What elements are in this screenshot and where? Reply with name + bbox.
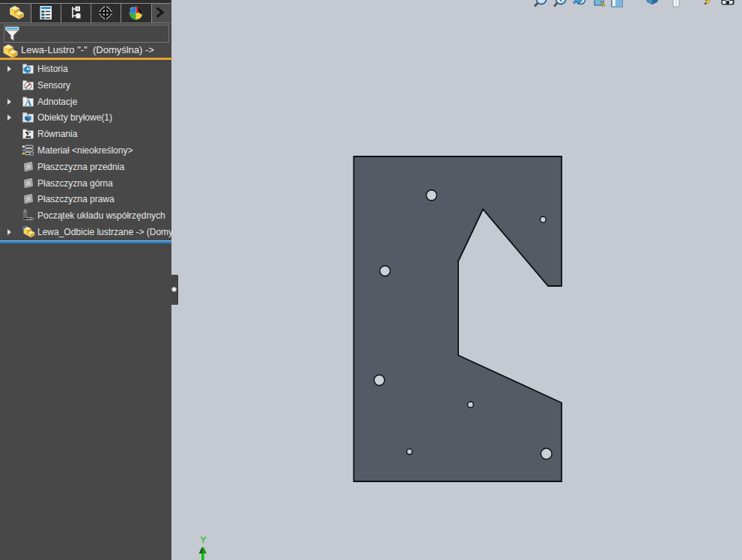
svg-text:Σ: Σ [25, 130, 31, 140]
svg-text:Y: Y [201, 535, 206, 544]
svg-text:A: A [25, 97, 31, 108]
